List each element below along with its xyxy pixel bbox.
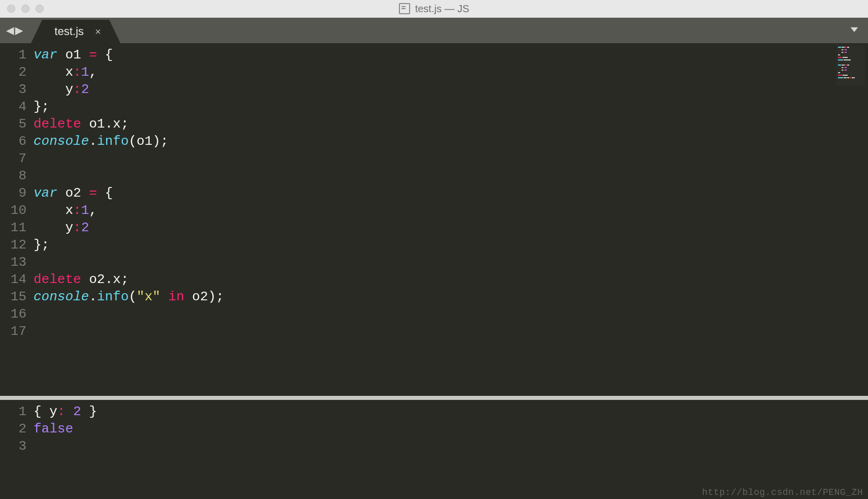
line-number: 1 bbox=[0, 46, 34, 64]
document-icon bbox=[399, 3, 410, 14]
tab-overflow-icon[interactable] bbox=[849, 24, 860, 38]
code-line[interactable] bbox=[34, 167, 224, 184]
close-window-icon[interactable] bbox=[7, 5, 15, 13]
code-line[interactable]: console.info("x" in o2); bbox=[34, 288, 224, 305]
code-editor[interactable]: 1234567891011121314151617 var o1 = { x:1… bbox=[0, 43, 868, 396]
editor-split: 1234567891011121314151617 var o1 = { x:1… bbox=[0, 43, 868, 499]
window-controls bbox=[0, 5, 44, 13]
window-title: test.js — JS bbox=[0, 3, 868, 15]
line-number: 15 bbox=[0, 288, 34, 305]
watermark-text: http://blog.csdn.net/PENG_ZH bbox=[702, 487, 863, 497]
code-line[interactable] bbox=[34, 305, 224, 323]
line-number: 2 bbox=[0, 64, 34, 81]
code-line[interactable]: x:1, bbox=[34, 202, 224, 219]
code-line[interactable]: y:2 bbox=[34, 81, 224, 98]
nav-forward-icon[interactable]: ▶ bbox=[15, 22, 23, 39]
code-line[interactable] bbox=[34, 254, 224, 271]
code-content[interactable]: var o1 = { x:1, y:2};delete o1.x;console… bbox=[34, 43, 224, 396]
console-content[interactable]: { y: 2 }false bbox=[34, 400, 97, 499]
line-number: 14 bbox=[0, 271, 34, 288]
line-number: 13 bbox=[0, 254, 34, 271]
line-gutter: 1234567891011121314151617 bbox=[0, 43, 34, 396]
line-number: 12 bbox=[0, 236, 34, 254]
line-number: 2 bbox=[0, 420, 34, 438]
minimap[interactable] bbox=[836, 45, 865, 86]
tab-label: test.js bbox=[54, 25, 83, 38]
code-line[interactable]: var o2 = { bbox=[34, 184, 224, 202]
code-line[interactable] bbox=[34, 150, 224, 167]
code-line[interactable]: var o1 = { bbox=[34, 46, 224, 64]
code-line[interactable]: delete o1.x; bbox=[34, 115, 224, 133]
code-line[interactable]: { y: 2 } bbox=[34, 403, 97, 420]
code-line[interactable] bbox=[34, 438, 97, 455]
line-number: 9 bbox=[0, 184, 34, 202]
code-line[interactable]: console.info(o1); bbox=[34, 133, 224, 150]
line-number: 11 bbox=[0, 219, 34, 236]
tab-history-nav: ◀ ▶ bbox=[0, 18, 29, 43]
line-gutter: 123 bbox=[0, 400, 34, 499]
code-line[interactable] bbox=[34, 323, 224, 340]
minimize-window-icon[interactable] bbox=[21, 5, 29, 13]
titlebar: test.js — JS bbox=[0, 0, 868, 18]
line-number: 7 bbox=[0, 150, 34, 167]
line-number: 6 bbox=[0, 133, 34, 150]
line-number: 16 bbox=[0, 305, 34, 323]
code-line[interactable]: delete o2.x; bbox=[34, 271, 224, 288]
line-number: 8 bbox=[0, 167, 34, 184]
nav-back-icon[interactable]: ◀ bbox=[6, 22, 14, 39]
code-line[interactable]: }; bbox=[34, 236, 224, 254]
code-line[interactable]: false bbox=[34, 420, 97, 438]
code-line[interactable]: }; bbox=[34, 98, 224, 115]
line-number: 4 bbox=[0, 98, 34, 115]
console-panel[interactable]: 123 { y: 2 }false http://blog.csdn.net/P… bbox=[0, 400, 868, 499]
tab-bar: ◀ ▶ test.js × bbox=[0, 18, 868, 43]
zoom-window-icon[interactable] bbox=[36, 5, 44, 13]
line-number: 1 bbox=[0, 403, 34, 420]
line-number: 3 bbox=[0, 438, 34, 455]
code-line[interactable]: x:1, bbox=[34, 64, 224, 81]
line-number: 17 bbox=[0, 323, 34, 340]
line-number: 5 bbox=[0, 115, 34, 133]
line-number: 3 bbox=[0, 81, 34, 98]
tab-test-js[interactable]: test.js × bbox=[42, 20, 109, 43]
code-line[interactable]: y:2 bbox=[34, 219, 224, 236]
window-title-text: test.js — JS bbox=[415, 3, 470, 15]
close-tab-icon[interactable]: × bbox=[95, 26, 101, 38]
line-number: 10 bbox=[0, 202, 34, 219]
panel-divider[interactable] bbox=[0, 396, 868, 400]
